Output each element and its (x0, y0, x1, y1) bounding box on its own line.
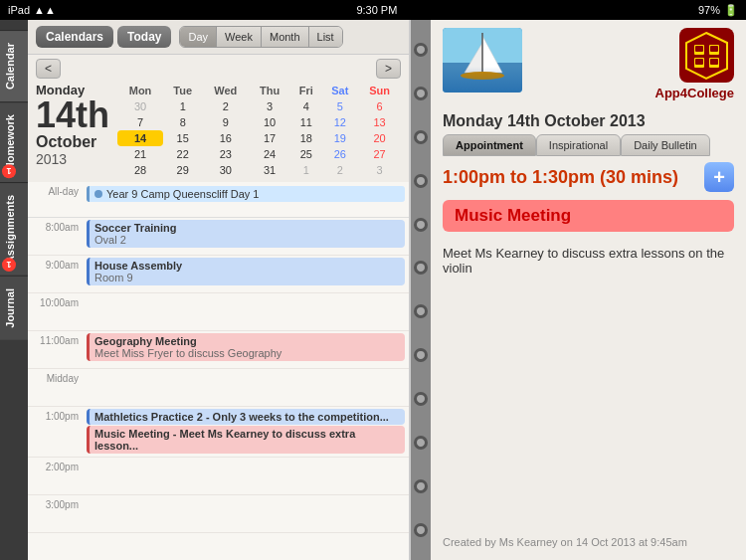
cal-cell[interactable]: 16 (202, 130, 249, 146)
all-day-dot (94, 190, 102, 198)
time-row-1pm: 1:00pm Mathletics Practice 2 - Only 3 we… (28, 407, 409, 458)
time-row-content-3pm (83, 495, 409, 532)
cal-cell[interactable]: 30 (117, 98, 163, 114)
cal-cell[interactable]: 2 (322, 162, 359, 178)
spiral-ring (414, 436, 428, 450)
sidebar-tab-homework[interactable]: 1 Homework (0, 101, 28, 182)
cal-cell[interactable]: 15 (163, 130, 202, 146)
cal-cell[interactable]: 27 (358, 146, 401, 162)
sidebar-tab-assignments[interactable]: 1 Assignments (0, 182, 28, 276)
cal-cell[interactable]: 3 (249, 98, 290, 114)
col-wed: Wed (202, 83, 249, 98)
sidebar-tab-homework-label: Homework (4, 114, 16, 170)
event-mathletics-title: Mathletics Practice 2 - Only 3 weeks to … (94, 411, 400, 423)
time-label-3pm: 3:00pm (28, 495, 83, 532)
cal-cell[interactable]: 8 (163, 114, 202, 130)
event-mathletics[interactable]: Mathletics Practice 2 - Only 3 weeks to … (87, 409, 405, 425)
view-list-button[interactable]: List (309, 27, 342, 47)
svg-marker-6 (686, 33, 727, 79)
time-row-11am: 11:00am Geography Meeting Meet Miss Frye… (28, 331, 409, 369)
cal-cell[interactable]: 6 (358, 98, 401, 114)
prev-button[interactable]: < (36, 59, 61, 79)
col-sat: Sat (322, 83, 359, 98)
cal-cell[interactable]: 25 (290, 146, 322, 162)
cal-cell[interactable]: 9 (202, 114, 249, 130)
time-row-content-2pm (83, 458, 409, 494)
left-panel: Calendars Today Day Week Month List < > … (28, 20, 411, 560)
cal-cell[interactable]: 31 (249, 162, 290, 178)
event-soccer[interactable]: Soccer Training Oval 2 (87, 220, 405, 248)
day-num: 14th (36, 97, 109, 133)
event-geography[interactable]: Geography Meeting Meet Miss Fryer to dis… (87, 333, 405, 361)
detail-content: 1:00pm to 1:30pm (30 mins) + Music Meeti… (431, 162, 746, 528)
cal-cell[interactable]: 2 (202, 98, 249, 114)
add-event-button[interactable]: + (704, 162, 734, 192)
sidebar-tab-journal[interactable]: Journal (0, 276, 28, 340)
cal-cell[interactable]: 23 (202, 146, 249, 162)
cal-cell[interactable]: 1 (163, 98, 202, 114)
time-row-content-8am: Soccer Training Oval 2 (83, 218, 409, 255)
time-label-8am: 8:00am (28, 218, 83, 255)
cal-cell[interactable]: 19 (322, 130, 359, 146)
cal-cell[interactable]: 11 (290, 114, 322, 130)
event-title-block[interactable]: Music Meeting (443, 200, 734, 232)
cal-cell[interactable]: 7 (117, 114, 163, 130)
event-music[interactable]: Music Meeting - Meet Ms Kearney to discu… (87, 426, 405, 454)
tab-inspirational[interactable]: Inspirational (536, 134, 621, 156)
cal-cell[interactable]: 12 (322, 114, 359, 130)
time-label-9am: 9:00am (28, 256, 83, 292)
time-row-9am: 9:00am House Assembly Room 9 (28, 256, 409, 293)
event-soccer-sub: Oval 2 (94, 234, 400, 246)
event-music-title: Music Meeting - Meet Ms Kearney to discu… (94, 428, 400, 452)
next-button[interactable]: > (376, 59, 401, 79)
school-crest (684, 31, 729, 81)
view-week-button[interactable]: Week (217, 27, 262, 47)
view-month-button[interactable]: Month (262, 27, 309, 47)
cal-cell[interactable]: 24 (249, 146, 290, 162)
time-label-10am: 10:00am (28, 293, 83, 330)
col-fri: Fri (290, 83, 322, 98)
spiral-ring (414, 218, 428, 232)
cal-cell[interactable]: 1 (290, 162, 322, 178)
cal-cell[interactable]: 10 (249, 114, 290, 130)
cal-cell[interactable]: 18 (290, 130, 322, 146)
wifi-icon: ▲▲ (34, 4, 56, 16)
cal-cell[interactable]: 28 (117, 162, 163, 178)
sidebar-tab-journal-label: Journal (4, 288, 16, 328)
spiral-ring (414, 174, 428, 188)
view-day-button[interactable]: Day (180, 27, 217, 47)
assignments-badge: 1 (2, 258, 16, 272)
cal-cell[interactable]: 20 (358, 130, 401, 146)
cal-cell[interactable]: 29 (163, 162, 202, 178)
cal-cell[interactable]: 4 (290, 98, 322, 114)
cal-cell[interactable]: 3 (358, 162, 401, 178)
cal-cell[interactable]: 5 (322, 98, 359, 114)
app-container: Calendar 1 Homework 1 Assignments Journa… (0, 20, 746, 560)
today-button[interactable]: Today (117, 26, 171, 48)
tab-appointment[interactable]: Appointment (443, 134, 536, 156)
sidebar-tab-assignments-label: Assignments (4, 195, 16, 264)
cal-cell[interactable]: 13 (358, 114, 401, 130)
day-view[interactable]: All-day Year 9 Camp Queenscliff Day 1 8:… (28, 182, 409, 560)
tab-daily-bulletin[interactable]: Daily Bulletin (621, 134, 710, 156)
date-display: Monday 14th October 2013 (36, 83, 109, 178)
cal-cell[interactable]: 30 (202, 162, 249, 178)
cal-cell[interactable]: 22 (163, 146, 202, 162)
status-time: 9:30 PM (356, 4, 397, 16)
svg-point-5 (461, 72, 504, 80)
cal-cell[interactable]: 26 (322, 146, 359, 162)
cal-cell[interactable]: 21 (117, 146, 163, 162)
battery-level: 97% (698, 4, 720, 16)
detail-tabs: Appointment Inspirational Daily Bulletin (431, 134, 746, 156)
spiral-ring (414, 348, 428, 362)
right-footer: Created by Ms Kearney on 14 Oct 2013 at … (431, 528, 746, 560)
all-day-event[interactable]: Year 9 Camp Queenscliff Day 1 (87, 186, 405, 202)
event-assembly[interactable]: House Assembly Room 9 (87, 258, 405, 285)
sidebar-tab-calendar[interactable]: Calendar (0, 30, 28, 101)
cal-cell-today[interactable]: 14 (117, 130, 163, 146)
svg-rect-14 (710, 59, 718, 65)
all-day-label: All-day (28, 182, 83, 217)
event-geography-title: Geography Meeting (94, 335, 400, 347)
cal-cell[interactable]: 17 (249, 130, 290, 146)
calendars-button[interactable]: Calendars (36, 26, 113, 48)
